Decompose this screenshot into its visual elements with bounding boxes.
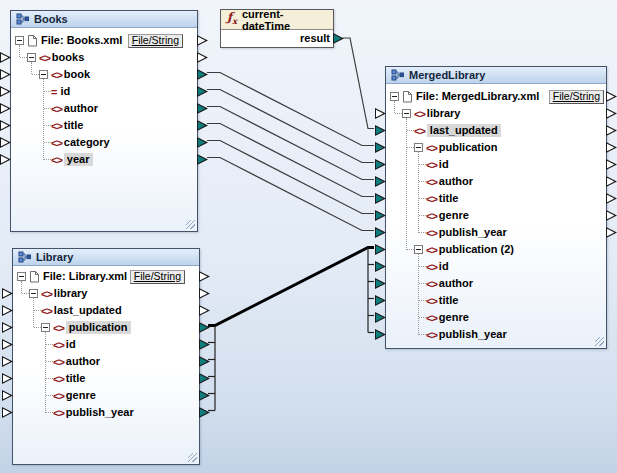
output-connector[interactable] bbox=[606, 210, 617, 221]
input-connector[interactable] bbox=[375, 329, 386, 340]
library-node-publication[interactable]: <> publication bbox=[13, 319, 199, 336]
merged-node-genre-2[interactable]: <> genre bbox=[386, 309, 606, 326]
file-string-button[interactable]: File/String bbox=[128, 34, 183, 48]
collapse-toggle-icon[interactable] bbox=[29, 289, 38, 298]
output-connector[interactable] bbox=[199, 339, 210, 350]
merged-node-library[interactable]: <> library bbox=[386, 105, 606, 122]
resize-grip[interactable] bbox=[595, 337, 604, 346]
input-connector[interactable] bbox=[2, 305, 13, 316]
collapse-toggle-icon[interactable] bbox=[41, 323, 50, 332]
input-connector[interactable] bbox=[375, 210, 386, 221]
merged-node-id[interactable]: <> id bbox=[386, 156, 606, 173]
library-node-author[interactable]: <> author bbox=[13, 353, 199, 370]
library-node-publish-year[interactable]: <> publish_year bbox=[13, 404, 199, 421]
input-connector[interactable] bbox=[2, 322, 13, 333]
collapse-toggle-icon[interactable] bbox=[402, 109, 411, 118]
output-connector[interactable] bbox=[197, 120, 208, 131]
merged-node-title-2[interactable]: <> title bbox=[386, 292, 606, 309]
books-node-book[interactable]: <> book bbox=[11, 66, 197, 83]
collapse-toggle-icon[interactable] bbox=[390, 92, 399, 101]
library-node-last-updated[interactable]: <> last_updated bbox=[13, 302, 199, 319]
merged-node-id-2[interactable]: <> id bbox=[386, 258, 606, 275]
connection-wire[interactable] bbox=[343, 38, 374, 129]
component-library[interactable]: Library File: Library.xml File/String <>… bbox=[12, 248, 200, 465]
collapse-toggle-icon[interactable] bbox=[15, 36, 24, 45]
input-connector[interactable] bbox=[0, 120, 11, 131]
connection-wire[interactable] bbox=[207, 73, 374, 146]
library-node-title[interactable]: <> title bbox=[13, 370, 199, 387]
merged-node-publish-year[interactable]: <> publish_year bbox=[386, 224, 606, 241]
output-connector[interactable] bbox=[197, 69, 208, 80]
books-node-id[interactable]: = id bbox=[11, 83, 197, 100]
input-connector[interactable] bbox=[375, 295, 386, 306]
output-connector[interactable] bbox=[333, 33, 344, 44]
input-connector[interactable] bbox=[2, 288, 13, 299]
connection-wire[interactable] bbox=[207, 158, 374, 231]
collapse-toggle-icon[interactable] bbox=[414, 245, 423, 254]
input-connector[interactable] bbox=[375, 227, 386, 238]
input-connector[interactable] bbox=[375, 312, 386, 323]
merged-node-title[interactable]: <> title bbox=[386, 190, 606, 207]
merged-node-author[interactable]: <> author bbox=[386, 173, 606, 190]
input-connector[interactable] bbox=[375, 125, 386, 136]
books-node-author[interactable]: <> author bbox=[11, 100, 197, 117]
merged-file-row[interactable]: File: MergedLibrary.xml File/String bbox=[386, 88, 606, 105]
books-node-title[interactable]: <> title bbox=[11, 117, 197, 134]
merged-node-last-updated[interactable]: <> last_updated bbox=[386, 122, 606, 139]
collapse-toggle-icon[interactable] bbox=[39, 70, 48, 79]
merged-node-genre[interactable]: <> genre bbox=[386, 207, 606, 224]
input-connector[interactable] bbox=[2, 373, 13, 384]
output-connector[interactable] bbox=[199, 390, 210, 401]
function-header[interactable]: ƒx current-dateTime bbox=[221, 10, 333, 30]
output-connector[interactable] bbox=[606, 193, 617, 204]
input-connector[interactable] bbox=[0, 103, 11, 114]
connection-wire[interactable] bbox=[207, 90, 374, 163]
input-connector[interactable] bbox=[375, 278, 386, 289]
file-string-button[interactable]: File/String bbox=[130, 270, 185, 284]
input-connector[interactable] bbox=[0, 52, 11, 63]
input-connector[interactable] bbox=[0, 69, 11, 80]
output-connector[interactable] bbox=[606, 142, 617, 153]
connection-wire[interactable] bbox=[207, 141, 374, 214]
output-connector[interactable] bbox=[199, 373, 210, 384]
merged-node-publication-2[interactable]: <> publication (2) bbox=[386, 241, 606, 258]
component-books-titlebar[interactable]: Books bbox=[11, 11, 197, 28]
merged-node-author-2[interactable]: <> author bbox=[386, 275, 606, 292]
library-node-library[interactable]: <> library bbox=[13, 285, 199, 302]
input-connector[interactable] bbox=[2, 407, 13, 418]
output-connector[interactable] bbox=[199, 271, 210, 282]
resize-grip[interactable] bbox=[186, 220, 195, 229]
books-node-books[interactable]: <> books bbox=[11, 49, 197, 66]
output-connector[interactable] bbox=[606, 159, 617, 170]
file-string-button[interactable]: File/String bbox=[549, 90, 604, 104]
input-connector[interactable] bbox=[375, 261, 386, 272]
input-connector[interactable] bbox=[2, 339, 13, 350]
input-connector[interactable] bbox=[0, 137, 11, 148]
input-connector[interactable] bbox=[375, 142, 386, 153]
connection-wire[interactable] bbox=[208, 248, 374, 326]
output-connector[interactable] bbox=[199, 288, 210, 299]
component-books[interactable]: Books File: Books.xml File/String <> boo… bbox=[10, 10, 198, 232]
output-connector[interactable] bbox=[197, 86, 208, 97]
connection-wire[interactable] bbox=[207, 107, 374, 180]
output-connector[interactable] bbox=[197, 137, 208, 148]
collapse-toggle-icon[interactable] bbox=[414, 143, 423, 152]
input-connector[interactable] bbox=[375, 176, 386, 187]
output-connector[interactable] bbox=[606, 91, 617, 102]
component-library-titlebar[interactable]: Library bbox=[13, 249, 199, 266]
merged-node-publish-year-2[interactable]: <> publish_year bbox=[386, 326, 606, 343]
component-mergedlibrary[interactable]: MergedLibrary File: MergedLibrary.xml Fi… bbox=[385, 66, 607, 349]
output-connector[interactable] bbox=[197, 154, 208, 165]
output-connector[interactable] bbox=[197, 52, 208, 63]
input-connector[interactable] bbox=[375, 244, 386, 255]
function-current-datetime[interactable]: ƒx current-dateTime result bbox=[220, 9, 334, 48]
books-file-row[interactable]: File: Books.xml File/String bbox=[11, 32, 197, 49]
merged-node-publication[interactable]: <> publication bbox=[386, 139, 606, 156]
library-node-id[interactable]: <> id bbox=[13, 336, 199, 353]
input-connector[interactable] bbox=[2, 390, 13, 401]
input-connector[interactable] bbox=[2, 356, 13, 367]
library-node-genre[interactable]: <> genre bbox=[13, 387, 199, 404]
resize-grip[interactable] bbox=[188, 453, 197, 462]
input-connector[interactable] bbox=[375, 159, 386, 170]
output-connector[interactable] bbox=[199, 356, 210, 367]
